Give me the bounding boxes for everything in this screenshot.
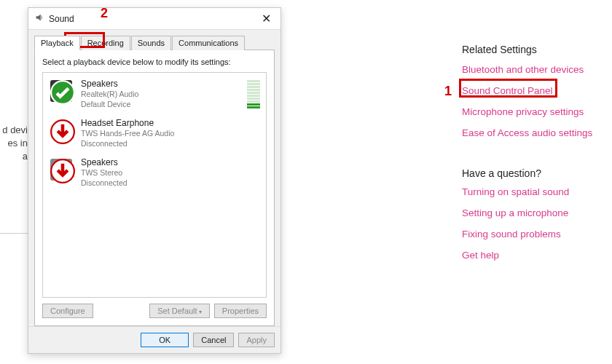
speaker-icon bbox=[49, 79, 74, 103]
device-row[interactable]: Speakers Realtek(R) Audio Default Device bbox=[43, 74, 266, 114]
down-arrow-badge-icon bbox=[50, 159, 75, 183]
tab-strip: Playback Recording Sounds Communications bbox=[34, 30, 275, 50]
dialog-footer: OK Cancel Apply bbox=[28, 326, 280, 353]
set-default-button[interactable]: Set Default bbox=[149, 304, 210, 318]
dialog-title: Sound bbox=[49, 14, 74, 24]
cancel-button[interactable]: Cancel bbox=[193, 333, 234, 347]
background-partial-text: d devi es in a bbox=[0, 124, 28, 163]
link-spatial-sound-help[interactable]: Turning on spatial sound bbox=[462, 186, 608, 197]
link-bluetooth-devices[interactable]: Bluetooth and other devices bbox=[462, 64, 608, 75]
ok-button[interactable]: OK bbox=[141, 333, 189, 347]
device-status: Disconnected bbox=[81, 138, 260, 149]
properties-button[interactable]: Properties bbox=[214, 304, 267, 318]
device-row[interactable]: Headset Earphone TWS Hands-Free AG Audio… bbox=[43, 114, 266, 153]
close-button[interactable]: ✕ bbox=[254, 9, 278, 28]
link-setup-microphone-help[interactable]: Setting up a microphone bbox=[462, 207, 608, 218]
tab-playback[interactable]: Playback bbox=[34, 36, 80, 50]
device-list[interactable]: Speakers Realtek(R) Audio Default Device bbox=[42, 72, 267, 298]
down-arrow-badge-icon bbox=[50, 119, 75, 144]
device-driver: Realtek(R) Audio bbox=[81, 89, 240, 99]
background-divider bbox=[0, 233, 28, 234]
level-meter bbox=[247, 80, 260, 108]
link-sound-control-panel[interactable]: Sound Control Panel bbox=[462, 85, 608, 96]
device-row[interactable]: Speakers TWS Stereo Disconnected bbox=[43, 153, 266, 192]
check-badge-icon bbox=[50, 80, 75, 105]
device-name: Speakers bbox=[81, 157, 260, 167]
device-status: Disconnected bbox=[81, 178, 260, 188]
related-heading: Related Settings bbox=[462, 44, 608, 55]
tab-communications[interactable]: Communications bbox=[172, 36, 245, 50]
configure-button[interactable]: Configure bbox=[42, 304, 93, 318]
device-driver: TWS Hands-Free AG Audio bbox=[81, 128, 260, 138]
device-name: Speakers bbox=[81, 79, 240, 89]
speaker-icon bbox=[49, 157, 74, 182]
tab-sounds[interactable]: Sounds bbox=[131, 36, 171, 50]
playback-panel: Select a playback device below to modify… bbox=[34, 50, 275, 326]
dialog-titlebar[interactable]: Sound ✕ bbox=[28, 8, 280, 30]
apply-button[interactable]: Apply bbox=[238, 333, 275, 347]
device-status: Default Device bbox=[81, 99, 240, 109]
related-settings-section: Related Settings Bluetooth and other dev… bbox=[462, 44, 608, 271]
link-ease-of-access-audio[interactable]: Ease of Access audio settings bbox=[462, 127, 608, 138]
headset-icon bbox=[49, 118, 74, 143]
instruction-text: Select a playback device below to modify… bbox=[42, 58, 267, 66]
device-name: Headset Earphone bbox=[81, 118, 260, 128]
callout-number-1: 1 bbox=[444, 84, 452, 99]
device-driver: TWS Stereo bbox=[81, 167, 260, 178]
link-get-help[interactable]: Get help bbox=[462, 250, 608, 261]
question-heading: Have a question? bbox=[462, 167, 608, 179]
sound-dialog: Sound ✕ Playback Recording Sounds Commun… bbox=[28, 7, 281, 354]
link-fix-sound-help[interactable]: Fixing sound problems bbox=[462, 229, 608, 240]
link-microphone-privacy[interactable]: Microphone privacy settings bbox=[462, 106, 608, 117]
sound-icon bbox=[34, 12, 44, 25]
tab-recording[interactable]: Recording bbox=[81, 36, 130, 50]
